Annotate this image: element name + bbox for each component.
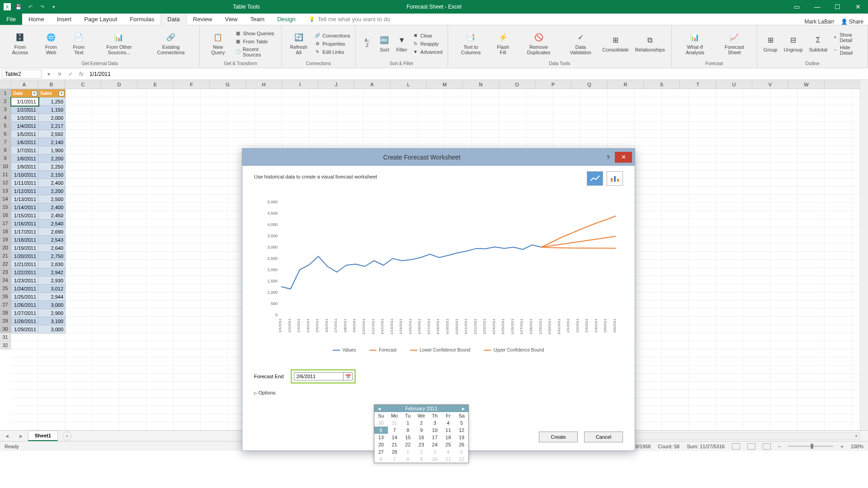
calendar-day[interactable]: 5 bbox=[455, 419, 468, 427]
row-header[interactable]: 8 bbox=[0, 146, 11, 154]
calendar-day[interactable]: 6 bbox=[374, 455, 388, 463]
what-if-button[interactable]: 📊What-If Analysis bbox=[675, 27, 715, 60]
table-cell[interactable]: 2,540 bbox=[38, 220, 66, 228]
show-detail-button[interactable]: +Show Detail bbox=[831, 32, 864, 43]
tab-data[interactable]: Data bbox=[160, 13, 186, 25]
forecast-end-input[interactable] bbox=[294, 372, 344, 380]
vertical-scrollbar[interactable] bbox=[860, 80, 868, 430]
existing-connections-button[interactable]: 🔗Existing Connections bbox=[146, 27, 196, 60]
table-cell[interactable]: 3,100 bbox=[38, 317, 66, 325]
table-cell[interactable]: 2,942 bbox=[38, 268, 66, 277]
consolidate-button[interactable]: ⊞Consolidate bbox=[600, 27, 632, 60]
tab-home[interactable]: Home bbox=[22, 14, 51, 25]
table-cell[interactable]: 2,500 bbox=[38, 195, 66, 203]
tab-formulas[interactable]: Formulas bbox=[123, 14, 160, 25]
row-header[interactable]: 28 bbox=[0, 309, 11, 317]
from-text-button[interactable]: 📄From Text bbox=[66, 27, 92, 60]
column-header[interactable]: M bbox=[427, 80, 463, 89]
table-cell[interactable]: 3,012 bbox=[38, 285, 66, 293]
sheet-nav-prev[interactable]: ◄ bbox=[0, 433, 14, 439]
reapply-button[interactable]: ↻Reapply bbox=[411, 40, 444, 47]
tell-me-input[interactable]: Tell me what you want to do bbox=[307, 14, 392, 25]
refresh-all-button[interactable]: 🔄Refresh All bbox=[285, 27, 312, 60]
row-header[interactable]: 24 bbox=[0, 276, 11, 284]
save-icon[interactable]: 💾 bbox=[14, 3, 23, 11]
table-cell[interactable]: 2,450 bbox=[38, 211, 66, 220]
table-cell[interactable]: 1/16/2011 bbox=[11, 220, 38, 228]
table-cell[interactable]: 1/19/2011 bbox=[11, 244, 38, 252]
table-cell[interactable]: 1/23/2011 bbox=[11, 277, 38, 285]
calendar-day[interactable]: 3 bbox=[428, 419, 442, 427]
share-button[interactable]: 👤 Share bbox=[841, 19, 863, 25]
calendar-prev-icon[interactable]: ◄ bbox=[377, 406, 382, 411]
row-header[interactable]: 4 bbox=[0, 113, 11, 122]
tab-page-layout[interactable]: Page Layout bbox=[78, 14, 123, 25]
column-header[interactable]: G bbox=[210, 80, 246, 89]
calendar-day[interactable]: 4 bbox=[442, 448, 455, 455]
table-cell[interactable]: 2,250 bbox=[38, 163, 66, 171]
calendar-day[interactable]: 16 bbox=[415, 434, 428, 441]
table-cell[interactable]: 1/4/2011 bbox=[11, 122, 38, 130]
dialog-close-button[interactable]: ✕ bbox=[615, 152, 632, 163]
calendar-day[interactable]: 1 bbox=[401, 419, 415, 427]
calendar-day[interactable]: 6 bbox=[374, 427, 388, 434]
header-sales[interactable]: Sales▼ bbox=[38, 89, 66, 98]
calendar-day[interactable]: 11 bbox=[442, 427, 455, 434]
calendar-day[interactable]: 19 bbox=[455, 434, 468, 441]
row-header[interactable]: 25 bbox=[0, 284, 11, 292]
calendar-next-icon[interactable]: ► bbox=[461, 406, 466, 411]
table-cell[interactable]: 1,250 bbox=[38, 98, 66, 106]
table-cell[interactable]: 2,150 bbox=[38, 171, 66, 179]
from-access-button[interactable]: 🗄️From Access bbox=[4, 27, 37, 60]
table-cell[interactable]: 1,150 bbox=[38, 106, 66, 114]
normal-view-icon[interactable] bbox=[732, 443, 740, 450]
tab-review[interactable]: Review bbox=[187, 14, 219, 25]
sheet-nav-next[interactable]: ► bbox=[14, 433, 28, 439]
row-header[interactable]: 20 bbox=[0, 244, 11, 252]
calendar-day[interactable]: 18 bbox=[442, 434, 455, 441]
table-cell[interactable]: 2,200 bbox=[38, 187, 66, 195]
group-button[interactable]: ⊞Group bbox=[761, 27, 780, 60]
formula-input[interactable]: 1/1/2011 bbox=[87, 70, 868, 78]
add-sheet-button[interactable]: + bbox=[62, 432, 71, 441]
cancel-button[interactable]: Cancel bbox=[584, 432, 623, 442]
row-header[interactable]: 6 bbox=[0, 130, 11, 138]
create-button[interactable]: Create bbox=[539, 432, 578, 442]
column-header[interactable]: O bbox=[499, 80, 535, 89]
table-cell[interactable]: 1/22/2011 bbox=[11, 268, 38, 277]
qat-customize-icon[interactable]: ▾ bbox=[50, 3, 58, 11]
calendar-day[interactable]: 7 bbox=[388, 455, 401, 463]
row-header[interactable]: 19 bbox=[0, 235, 11, 244]
header-date[interactable]: Date▼ bbox=[11, 89, 38, 98]
clear-button[interactable]: ✖Clear bbox=[411, 32, 444, 39]
column-header[interactable]: R bbox=[608, 80, 644, 89]
table-cell[interactable]: 1/12/2011 bbox=[11, 187, 38, 195]
data-validation-button[interactable]: ✓Data Validation bbox=[562, 27, 599, 60]
calendar-day[interactable]: 2 bbox=[415, 448, 428, 455]
calendar-day[interactable]: 25 bbox=[442, 441, 455, 448]
filter-dropdown-icon[interactable]: ▼ bbox=[59, 91, 64, 96]
calendar-day[interactable]: 12 bbox=[455, 427, 468, 434]
row-header[interactable]: 16 bbox=[0, 211, 11, 219]
undo-icon[interactable]: ↶ bbox=[26, 3, 34, 11]
table-cell[interactable]: 1/11/2011 bbox=[11, 179, 38, 187]
table-cell[interactable]: 1/21/2011 bbox=[11, 260, 38, 268]
page-break-view-icon[interactable] bbox=[763, 443, 771, 450]
table-cell[interactable]: 2,000 bbox=[38, 114, 66, 122]
row-header[interactable]: 26 bbox=[0, 292, 11, 300]
advanced-button[interactable]: ▼Advanced bbox=[411, 48, 444, 56]
table-cell[interactable]: 1/20/2011 bbox=[11, 252, 38, 260]
column-header[interactable]: F bbox=[174, 80, 210, 89]
row-header[interactable]: 1 bbox=[0, 89, 11, 97]
column-header[interactable]: S bbox=[644, 80, 680, 89]
cancel-formula-icon[interactable]: ✕ bbox=[54, 71, 65, 77]
column-header[interactable]: A bbox=[11, 80, 38, 89]
table-cell[interactable]: 1/9/2011 bbox=[11, 163, 38, 171]
table-cell[interactable]: 1/2/2011 bbox=[11, 106, 38, 114]
filter-button[interactable]: ▼Filter bbox=[393, 27, 410, 60]
row-header[interactable]: 29 bbox=[0, 317, 11, 325]
table-cell[interactable]: 2,400 bbox=[38, 179, 66, 187]
table-cell[interactable]: 1/15/2011 bbox=[11, 211, 38, 220]
calendar-day[interactable]: 9 bbox=[415, 427, 428, 434]
name-box-dropdown[interactable]: ▾ bbox=[43, 71, 54, 77]
